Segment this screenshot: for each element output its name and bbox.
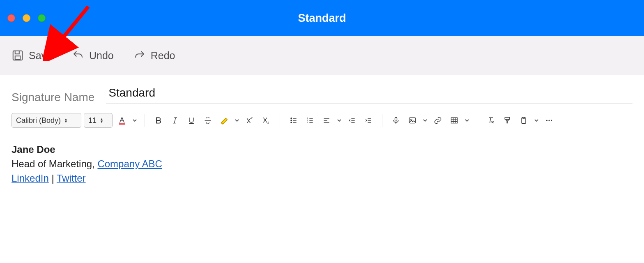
table-caret[interactable] <box>464 118 470 122</box>
dictate-button[interactable] <box>389 114 403 127</box>
undo-button[interactable]: Undo <box>72 49 114 62</box>
signature-title-line: Head of Marketing, Company ABC <box>12 157 632 171</box>
redo-icon <box>133 49 146 62</box>
clear-formatting-icon <box>487 116 495 125</box>
svg-text:2: 2 <box>251 117 253 120</box>
svg-point-13 <box>291 122 292 123</box>
clipboard-icon <box>520 116 528 125</box>
highlight-caret[interactable] <box>234 118 240 122</box>
svg-rect-1 <box>15 56 21 60</box>
bold-button[interactable] <box>152 114 166 127</box>
outdent-button[interactable] <box>345 114 359 127</box>
font-size-select[interactable]: 11 ▲▼ <box>84 113 113 128</box>
italic-button[interactable] <box>168 114 182 127</box>
more-options-button[interactable] <box>542 114 556 127</box>
svg-point-44 <box>546 120 547 121</box>
underline-icon <box>187 116 196 125</box>
signature-name-input[interactable] <box>106 86 632 104</box>
signature-title: Head of Marketing, <box>12 158 97 169</box>
signature-social-line: LinkedIn | Twitter <box>12 171 632 186</box>
save-icon <box>12 49 24 62</box>
font-color-caret[interactable] <box>131 118 138 122</box>
format-toolbar: Calibri (Body) ▲▼ 11 ▲▼ 2 2 123 <box>4 104 640 135</box>
picture-icon <box>408 116 416 125</box>
signature-person-name: Jane Doe <box>12 143 632 157</box>
insert-link-button[interactable] <box>431 114 445 127</box>
bullet-list-icon <box>290 116 298 125</box>
font-family-value: Calibri (Body) <box>16 116 61 125</box>
font-family-select[interactable]: Calibri (Body) ▲▼ <box>12 113 81 128</box>
numbered-list-icon: 123 <box>306 116 314 125</box>
signature-separator: | <box>49 173 57 184</box>
svg-text:2: 2 <box>267 121 269 124</box>
paste-button[interactable] <box>517 114 531 127</box>
stepper-icon: ▲▼ <box>64 118 68 123</box>
command-bar: Save Undo Redo <box>0 36 644 75</box>
superscript-icon: 2 <box>246 116 254 125</box>
picture-caret[interactable] <box>422 118 428 122</box>
svg-point-11 <box>291 118 292 119</box>
underline-button[interactable] <box>184 114 198 127</box>
font-color-button[interactable] <box>115 114 129 127</box>
signature-name-row: Signature Name <box>4 75 640 104</box>
italic-icon <box>171 116 179 125</box>
svg-rect-41 <box>505 118 510 120</box>
outdent-icon <box>348 116 356 125</box>
titlebar: Standard <box>0 0 644 36</box>
save-button[interactable]: Save <box>12 49 52 62</box>
insert-table-button[interactable] <box>447 114 461 127</box>
signature-name-label: Signature Name <box>12 91 94 104</box>
undo-icon <box>72 49 84 62</box>
subscript-button[interactable]: 2 <box>259 114 273 127</box>
font-color-icon <box>117 116 126 125</box>
format-painter-button[interactable] <box>500 114 514 127</box>
subscript-icon: 2 <box>262 116 270 125</box>
svg-line-6 <box>174 118 175 123</box>
separator <box>280 114 280 127</box>
window-title: Standard <box>0 12 644 25</box>
align-caret[interactable] <box>336 118 343 122</box>
stepper-icon: ▲▼ <box>100 118 104 123</box>
highlight-button[interactable] <box>217 114 231 127</box>
editor-card: Signature Name Calibri (Body) ▲▼ 11 ▲▼ <box>4 75 640 193</box>
svg-text:3: 3 <box>307 121 308 124</box>
superscript-button[interactable]: 2 <box>243 114 257 127</box>
svg-rect-3 <box>119 123 125 125</box>
indent-icon <box>364 116 373 125</box>
undo-label: Undo <box>89 50 114 62</box>
svg-rect-32 <box>395 118 397 121</box>
svg-point-46 <box>551 120 552 121</box>
clear-formatting-button[interactable] <box>484 114 498 127</box>
separator <box>382 114 382 127</box>
svg-point-45 <box>548 120 550 121</box>
redo-label: Redo <box>151 50 175 62</box>
redo-button[interactable]: Redo <box>133 49 175 62</box>
paste-caret[interactable] <box>533 118 540 122</box>
strikethrough-icon <box>204 116 212 125</box>
align-button[interactable] <box>320 114 334 127</box>
font-size-value: 11 <box>88 116 97 125</box>
svg-rect-34 <box>409 118 416 123</box>
bold-icon <box>154 116 163 125</box>
table-icon <box>450 116 458 125</box>
insert-picture-button[interactable] <box>405 114 419 127</box>
signature-editor[interactable]: Jane Doe Head of Marketing, Company ABC … <box>4 135 640 193</box>
indent-button[interactable] <box>361 114 375 127</box>
signature-twitter-link[interactable]: Twitter <box>57 173 86 184</box>
separator <box>477 114 477 127</box>
svg-point-12 <box>291 120 292 121</box>
paintbrush-icon <box>503 116 511 125</box>
svg-rect-36 <box>451 118 458 123</box>
link-icon <box>434 116 442 125</box>
save-label: Save <box>29 50 52 62</box>
signature-linkedin-link[interactable]: LinkedIn <box>12 173 49 184</box>
highlight-icon <box>220 116 229 125</box>
align-icon <box>322 116 331 125</box>
separator <box>145 114 145 127</box>
microphone-icon <box>392 116 400 125</box>
signature-company-link[interactable]: Company ABC <box>97 158 162 169</box>
strikethrough-button[interactable] <box>201 114 215 127</box>
bullet-list-button[interactable] <box>287 114 301 127</box>
ellipsis-icon <box>545 116 554 125</box>
numbered-list-button[interactable]: 123 <box>303 114 317 127</box>
